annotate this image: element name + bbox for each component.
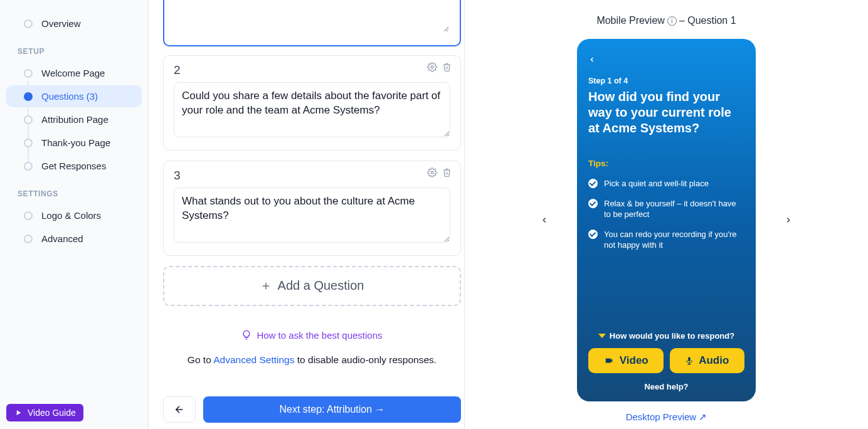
preview-tip-item: Pick a quiet and well-lit place — [588, 178, 744, 189]
nav-dot-icon — [24, 211, 33, 220]
question-number: 3 — [174, 169, 450, 183]
preview-header-suffix: – Question 1 — [679, 15, 736, 26]
lightbulb-icon — [241, 330, 251, 340]
question-3-textarea[interactable] — [174, 188, 450, 243]
respond-prompt: How would you like to respond? — [598, 331, 734, 341]
question-card-2[interactable]: 2 — [163, 55, 461, 151]
chevron-left-icon — [588, 54, 596, 65]
sidebar-item-label: Logo & Colors — [41, 210, 101, 221]
nav-dot-icon — [24, 139, 33, 147]
nav-dot-icon — [24, 19, 33, 28]
preview-tip-item: You can redo your recording if you're no… — [588, 229, 744, 251]
nav-dot-icon — [24, 162, 33, 171]
video-guide-button[interactable]: Video Guide — [6, 404, 83, 421]
respond-buttons: Video Audio — [588, 348, 744, 373]
editor-bottom-bar: Next step: Attribution → — [163, 396, 461, 423]
mobile-preview-card: Step 1 of 4 How did you find your way to… — [577, 39, 756, 401]
chevron-right-icon — [784, 213, 793, 228]
sidebar-item-thank-you-page[interactable]: Thank-you Page — [6, 132, 142, 154]
next-step-button[interactable]: Next step: Attribution → — [203, 396, 461, 423]
preview-tip-item: Relax & be yourself – it doesn't have to… — [588, 198, 744, 220]
sidebar-item-overview[interactable]: Overview — [6, 13, 142, 34]
preview-next-button[interactable] — [781, 208, 796, 233]
question-card-1[interactable] — [163, 0, 461, 46]
desktop-preview-label: Desktop Preview ↗ — [626, 411, 707, 423]
add-question-button[interactable]: Add a Question — [163, 266, 461, 306]
preview-prev-button[interactable] — [537, 208, 552, 233]
sidebar-item-label: Welcome Page — [41, 68, 105, 78]
triangle-down-icon — [598, 334, 606, 338]
preview-question-text: How did you find your way to your curren… — [588, 89, 744, 136]
preview-tip-text: Pick a quiet and well-lit place — [604, 178, 709, 189]
gear-icon[interactable] — [427, 62, 437, 72]
sidebar-item-questions[interactable]: Questions (3) — [6, 85, 142, 107]
sidebar-item-label: Get Responses — [41, 161, 106, 171]
trash-icon[interactable] — [442, 62, 452, 72]
sidebar-section-setup: SETUP — [0, 47, 148, 56]
advanced-settings-hint: Go to Advanced Settings to disable audio… — [163, 354, 461, 366]
need-help-link[interactable]: Need help? — [588, 382, 744, 391]
svg-point-1 — [431, 171, 433, 174]
back-button[interactable] — [163, 396, 196, 423]
plus-icon — [260, 280, 272, 292]
preview-row: Step 1 of 4 How did you find your way to… — [537, 39, 796, 401]
question-card-3[interactable]: 3 — [163, 161, 461, 256]
sidebar-item-label: Attribution Page — [41, 114, 109, 125]
sidebar-item-logo-colors[interactable]: Logo & Colors — [6, 204, 142, 226]
check-icon — [588, 199, 598, 208]
sidebar-setup-group: Welcome Page Questions (3) Attribution P… — [0, 62, 148, 177]
advanced-settings-link[interactable]: Advanced Settings — [213, 354, 294, 365]
sidebar: Overview SETUP Welcome Page Questions (3… — [0, 0, 149, 429]
sidebar-item-advanced[interactable]: Advanced — [6, 228, 142, 250]
gear-icon[interactable] — [427, 167, 437, 177]
nav-dot-icon — [24, 92, 33, 101]
respond-audio-button[interactable]: Audio — [670, 348, 745, 373]
desktop-preview-link[interactable]: Desktop Preview ↗ — [626, 411, 707, 423]
check-icon — [588, 230, 598, 239]
video-icon — [603, 356, 615, 365]
question-number: 2 — [174, 63, 450, 77]
next-step-label: Next step: Attribution → — [279, 404, 384, 415]
sidebar-item-label: Advanced — [41, 233, 83, 244]
add-question-label: Add a Question — [278, 278, 364, 293]
respond-audio-label: Audio — [699, 354, 729, 367]
preview-tip-text: Relax & be yourself – it doesn't have to… — [604, 198, 744, 220]
sidebar-item-label: Overview — [41, 18, 81, 29]
preview-back-button[interactable] — [588, 54, 744, 65]
check-icon — [588, 179, 598, 188]
respond-video-button[interactable]: Video — [588, 348, 664, 373]
svg-point-0 — [431, 66, 433, 68]
sidebar-item-welcome-page[interactable]: Welcome Page — [6, 62, 142, 84]
preview-header: Mobile Preview i – Question 1 — [596, 15, 736, 26]
sidebar-item-label: Questions (3) — [41, 91, 98, 102]
preview-pane: Mobile Preview i – Question 1 Step 1 of … — [464, 0, 868, 429]
nav-dot-icon — [24, 235, 33, 243]
best-questions-link[interactable]: How to ask the best questions — [163, 330, 461, 341]
microphone-icon — [685, 356, 694, 366]
info-icon[interactable]: i — [667, 16, 677, 26]
nav-dot-icon — [24, 115, 33, 124]
arrow-left-icon — [174, 404, 185, 415]
sidebar-item-label: Thank-you Page — [41, 137, 110, 148]
question-2-textarea[interactable] — [174, 82, 450, 137]
question-1-textarea[interactable] — [174, 0, 450, 33]
sidebar-item-attribution-page[interactable]: Attribution Page — [6, 109, 142, 130]
question-card-actions — [427, 167, 452, 177]
preview-header-prefix: Mobile Preview — [596, 15, 664, 26]
question-card-actions — [427, 62, 452, 72]
chevron-left-icon — [540, 213, 549, 228]
sidebar-section-settings: SETTINGS — [0, 189, 148, 198]
trash-icon[interactable] — [442, 167, 452, 177]
preview-step-label: Step 1 of 4 — [588, 77, 744, 85]
preview-tip-text: You can redo your recording if you're no… — [604, 229, 744, 251]
editor-column: 2 3 Add a Question How to ask the best q… — [163, 0, 461, 429]
nav-dot-icon — [24, 69, 33, 78]
preview-tips-label: Tips: — [588, 159, 744, 168]
best-questions-label: How to ask the best questions — [257, 330, 382, 341]
respond-video-label: Video — [620, 354, 648, 367]
video-guide-label: Video Guide — [28, 408, 76, 418]
preview-bottom: How would you like to respond? Video Aud… — [588, 329, 744, 391]
play-icon — [14, 408, 23, 417]
sidebar-item-get-responses[interactable]: Get Responses — [6, 155, 142, 177]
